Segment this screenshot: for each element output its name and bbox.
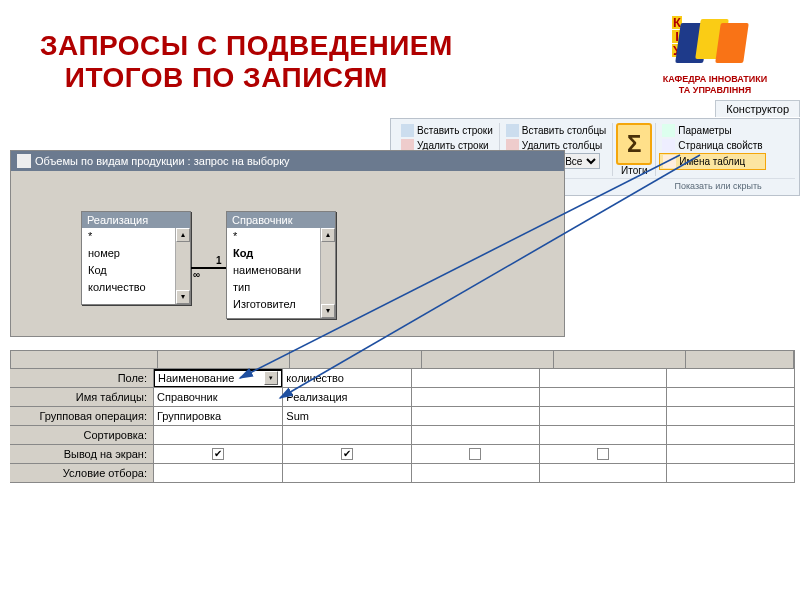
group-cell[interactable]: Группировка	[154, 407, 283, 426]
criteria-cell[interactable]	[283, 464, 412, 483]
field-cell[interactable]	[412, 369, 540, 388]
scroll-down-icon[interactable]: ▾	[321, 304, 335, 318]
field-item[interactable]: количество	[82, 279, 190, 296]
title-line-2: ИТОГОВ ПО ЗАПИСЯМ	[65, 62, 388, 93]
field-item[interactable]: *	[227, 228, 335, 245]
grid-header-strip	[10, 350, 795, 368]
relationship-infinity: ∞	[193, 269, 200, 280]
field-item[interactable]: тип	[227, 279, 335, 296]
field-cell[interactable]	[667, 369, 795, 388]
return-select[interactable]: Все	[560, 153, 600, 169]
scrollbar[interactable]: ▴ ▾	[320, 228, 335, 318]
insert-cols-icon	[506, 124, 519, 137]
checkbox-checked[interactable]: ✔	[341, 448, 353, 460]
parameters-icon	[662, 124, 675, 137]
window-title: Объемы по видам продукции : запрос на вы…	[35, 155, 290, 167]
table-cell[interactable]	[539, 388, 667, 407]
property-sheet-icon	[662, 139, 675, 152]
group-cell[interactable]	[667, 407, 795, 426]
tables-pane[interactable]: Реализация * номер Код количество ▴ ▾ Сп…	[11, 171, 564, 336]
row-label-sort: Сортировка:	[10, 426, 154, 445]
criteria-cell[interactable]	[412, 464, 540, 483]
sort-cell[interactable]	[539, 426, 667, 445]
query-design-window: Объемы по видам продукции : запрос на вы…	[10, 150, 565, 337]
scroll-up-icon[interactable]: ▴	[176, 228, 190, 242]
window-titlebar[interactable]: Объемы по видам продукции : запрос на вы…	[11, 151, 564, 171]
field-item[interactable]: Код	[82, 262, 190, 279]
field-item[interactable]: Изготовител	[227, 296, 335, 313]
insert-rows-icon	[401, 124, 414, 137]
field-cell[interactable]: количество	[283, 369, 412, 388]
dropdown-icon[interactable]: ▾	[264, 371, 278, 385]
query-grid: Поле: Наименование▾ количество Имя табли…	[10, 350, 795, 483]
logo: КІУ КАФЕДРА ІННОВАТИКИТА УПРАВЛІННЯ	[650, 15, 780, 96]
relationship-one: 1	[216, 255, 222, 266]
criteria-cell[interactable]	[539, 464, 667, 483]
field-cell[interactable]	[539, 369, 667, 388]
group-cell[interactable]: Sum	[283, 407, 412, 426]
checkbox[interactable]	[469, 448, 481, 460]
scroll-up-icon[interactable]: ▴	[321, 228, 335, 242]
totals-label: Итоги	[621, 165, 647, 176]
logo-caption: КАФЕДРА ІННОВАТИКИТА УПРАВЛІННЯ	[650, 74, 780, 96]
show-cell[interactable]	[412, 445, 540, 464]
property-sheet-button[interactable]: Страница свойств	[659, 138, 765, 153]
field-item[interactable]: *	[82, 228, 190, 245]
show-cell[interactable]: ✔	[283, 445, 412, 464]
show-cell[interactable]	[539, 445, 667, 464]
field-item[interactable]: наименовани	[227, 262, 335, 279]
ribbon-tab-design[interactable]: Конструктор	[715, 100, 800, 117]
logo-graphic: КІУ	[670, 15, 760, 70]
field-item[interactable]: Код	[227, 245, 335, 262]
table-box-spravochnik[interactable]: Справочник * Код наименовани тип Изготов…	[226, 211, 336, 319]
row-label-field: Поле:	[10, 369, 154, 388]
table-names-button[interactable]: Имена таблиц	[659, 153, 765, 170]
row-label-show: Вывод на экран:	[10, 445, 154, 464]
checkbox[interactable]	[597, 448, 609, 460]
group-cell[interactable]	[412, 407, 540, 426]
row-label-criteria: Условие отбора:	[10, 464, 154, 483]
table-box-realizatsia[interactable]: Реализация * номер Код количество ▴ ▾	[81, 211, 191, 305]
parameters-button[interactable]: Параметры	[659, 123, 765, 138]
scroll-down-icon[interactable]: ▾	[176, 290, 190, 304]
query-icon	[17, 154, 31, 168]
insert-rows-button[interactable]: Вставить строки	[398, 123, 496, 138]
totals-button[interactable]: Σ	[616, 123, 652, 165]
row-label-table: Имя таблицы:	[10, 388, 154, 407]
table-cell[interactable]: Реализация	[283, 388, 412, 407]
title-line-1: ЗАПРОСЫ С ПОДВЕДЕНИЕМ	[40, 30, 453, 61]
checkbox-checked[interactable]: ✔	[212, 448, 224, 460]
table-names-icon	[663, 155, 676, 168]
row-label-group: Групповая операция:	[10, 407, 154, 426]
criteria-cell[interactable]	[154, 464, 283, 483]
group-cell[interactable]	[539, 407, 667, 426]
field-item[interactable]: номер	[82, 245, 190, 262]
table-title[interactable]: Реализация	[82, 212, 190, 228]
table-title[interactable]: Справочник	[227, 212, 335, 228]
insert-cols-button[interactable]: Вставить столбцы	[503, 123, 609, 138]
criteria-cell[interactable]	[667, 464, 795, 483]
table-cell[interactable]	[412, 388, 540, 407]
sort-cell[interactable]	[283, 426, 412, 445]
table-cell[interactable]: Справочник	[154, 388, 283, 407]
scrollbar[interactable]: ▴ ▾	[175, 228, 190, 304]
field-cell[interactable]: Наименование▾	[154, 369, 283, 388]
sort-cell[interactable]	[154, 426, 283, 445]
book-icon	[715, 23, 749, 63]
sort-cell[interactable]	[667, 426, 795, 445]
table-cell[interactable]	[667, 388, 795, 407]
show-cell[interactable]: ✔	[154, 445, 283, 464]
show-cell[interactable]	[667, 445, 795, 464]
sort-cell[interactable]	[412, 426, 540, 445]
